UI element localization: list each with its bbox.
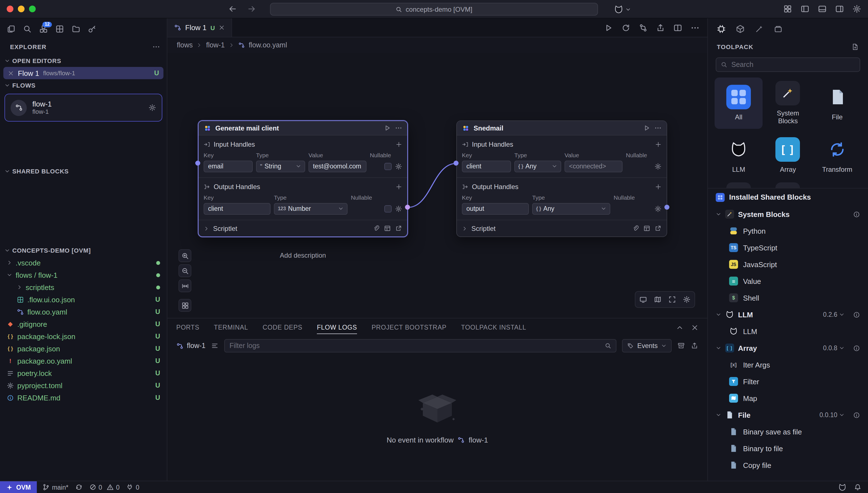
- tree-item-package-oo-yaml[interactable]: !package.oo.yamlU: [0, 355, 167, 367]
- panel-tab-toolpack-install[interactable]: TOOLPACK INSTALL: [461, 321, 526, 334]
- tree-item-poetry-lock[interactable]: poetry.lockU: [0, 367, 167, 379]
- maximize-panel-icon[interactable]: [676, 324, 683, 331]
- block-item-javascript[interactable]: JSJavaScript: [712, 256, 864, 273]
- preview-button[interactable]: [637, 293, 649, 306]
- tree-item-vscode[interactable]: .vscode: [0, 257, 167, 269]
- block-group-array[interactable]: [ ]Array0.0.8: [712, 340, 864, 356]
- scriptlet-row[interactable]: Scriptlet: [198, 220, 407, 236]
- open-external-icon[interactable]: [395, 225, 402, 232]
- assistant-menu[interactable]: [614, 4, 631, 15]
- node-generate-mail-client[interactable]: Generate mail client Input Handles: [198, 121, 408, 237]
- canvas-settings-button[interactable]: [681, 293, 693, 306]
- handle-settings-icon[interactable]: [654, 163, 662, 170]
- toggle-right-panel-icon[interactable]: [835, 4, 844, 14]
- block-item-binary-save-as-file[interactable]: Binary save as file: [712, 423, 864, 440]
- git-sync-status[interactable]: [75, 484, 82, 491]
- problems-status[interactable]: 0 0: [89, 484, 120, 491]
- handle-settings-icon[interactable]: [654, 205, 662, 212]
- export-logs-icon[interactable]: [691, 342, 698, 350]
- block-group-file[interactable]: File0.0.10: [712, 407, 864, 423]
- archive-logs-icon[interactable]: [677, 342, 685, 350]
- block-item-llm[interactable]: LLM: [712, 323, 864, 340]
- layout-activity-icon[interactable]: [55, 24, 64, 33]
- scriptlet-row[interactable]: Scriptlet: [457, 220, 666, 236]
- secrets-activity-icon[interactable]: [88, 24, 97, 33]
- open-external-icon[interactable]: [654, 225, 662, 232]
- add-description-button[interactable]: Add description: [198, 252, 408, 259]
- tile-partial[interactable]: [764, 183, 812, 188]
- close-tab-icon[interactable]: [219, 24, 225, 31]
- rerun-icon[interactable]: [621, 23, 630, 32]
- fullscreen-button[interactable]: [666, 293, 678, 306]
- flows-section[interactable]: FLOWS: [0, 79, 167, 91]
- panel-tab-flow-logs[interactable]: FLOW LOGS: [317, 321, 357, 334]
- tree-item-flow-ui-oo-json[interactable]: .flow.ui.oo.jsonU: [0, 293, 167, 306]
- toolpack-tile-all[interactable]: All: [715, 78, 763, 129]
- tile-partial[interactable]: [715, 183, 763, 188]
- folder-activity-icon[interactable]: [71, 24, 80, 33]
- table-view-icon[interactable]: [643, 225, 651, 232]
- filter-logs-field[interactable]: [225, 339, 617, 352]
- toggle-left-panel-icon[interactable]: [801, 4, 809, 14]
- remote-indicator[interactable]: OVM: [0, 481, 37, 493]
- info-icon[interactable]: [853, 411, 860, 419]
- open-editors-section[interactable]: OPEN EDITORS: [0, 55, 167, 67]
- handle-key-field[interactable]: [462, 203, 529, 214]
- info-icon[interactable]: [853, 344, 860, 351]
- block-item-value[interactable]: ≡Value: [712, 273, 864, 290]
- version-select[interactable]: 0.0.10: [820, 412, 845, 418]
- node-header[interactable]: Generate mail client: [198, 121, 407, 135]
- block-item-copy-file[interactable]: Copy file: [712, 457, 864, 473]
- cards-view-icon[interactable]: [774, 24, 783, 33]
- breadcrumb-flows[interactable]: flows: [177, 41, 193, 49]
- tab-flow-1[interactable]: Flow 1 U: [167, 18, 232, 37]
- close-panel-icon[interactable]: [691, 324, 698, 331]
- compare-icon[interactable]: [639, 23, 648, 32]
- tree-item-pyproject-toml[interactable]: pyproject.tomlU: [0, 379, 167, 391]
- close-window-button[interactable]: [7, 5, 14, 12]
- handle-settings-icon[interactable]: [395, 205, 402, 212]
- add-input-handle-icon[interactable]: [655, 141, 662, 148]
- forward-icon[interactable]: [247, 4, 256, 14]
- tree-item-gitignore[interactable]: .gitignoreU: [0, 318, 167, 330]
- tree-item-package-lock-json[interactable]: { }package-lock.jsonU: [0, 330, 167, 342]
- node-menu-icon[interactable]: [654, 124, 662, 132]
- shared-blocks-section[interactable]: SHARED BLOCKS: [0, 165, 167, 177]
- block-group-system-blocks[interactable]: System Blocks: [712, 206, 864, 222]
- split-editor-icon[interactable]: [673, 23, 682, 32]
- group-logs-icon[interactable]: [211, 342, 219, 350]
- node-snedmail[interactable]: Snedmail Input Handles Key: [456, 121, 667, 237]
- table-view-icon[interactable]: [384, 225, 391, 232]
- flow-canvas[interactable]: Generate mail client Input Handles: [167, 53, 707, 318]
- new-toolpack-icon[interactable]: [851, 43, 859, 51]
- window-title-search[interactable]: concepts-demo [OVM]: [270, 3, 598, 16]
- version-select[interactable]: 0.2.6: [823, 311, 845, 318]
- toolpack-tile-transform[interactable]: Transform: [813, 130, 861, 181]
- flow-settings-icon[interactable]: [148, 104, 156, 111]
- breadcrumb-file[interactable]: flow.oo.yaml: [249, 41, 287, 49]
- explorer-more-icon[interactable]: [152, 43, 160, 51]
- handle-key-field[interactable]: [204, 160, 253, 172]
- flow-scope-chip[interactable]: flow-1: [176, 342, 206, 350]
- magic-view-icon[interactable]: [755, 24, 764, 33]
- run-node-icon[interactable]: [384, 124, 391, 132]
- handle-key-field[interactable]: [204, 203, 271, 214]
- minimize-window-button[interactable]: [18, 5, 24, 12]
- nullable-checkbox[interactable]: [384, 205, 391, 212]
- node-header[interactable]: Snedmail: [457, 121, 666, 135]
- output-port[interactable]: [405, 205, 410, 210]
- maximize-window-button[interactable]: [29, 5, 36, 12]
- open-editor-flow-1[interactable]: Flow 1 flows/flow-1 U: [3, 67, 164, 79]
- block-group-llm[interactable]: LLM0.2.6: [712, 306, 864, 323]
- version-select[interactable]: 0.0.8: [823, 345, 845, 351]
- tree-item-scriptlets[interactable]: scriptlets: [0, 281, 167, 293]
- toolpack-tile-array[interactable]: [ ]Array: [764, 130, 812, 181]
- tree-item-flows-flow-1[interactable]: flows / flow-1: [0, 269, 167, 281]
- handle-type-select[interactable]: { } Any: [532, 203, 610, 214]
- git-branch-status[interactable]: main*: [42, 484, 68, 491]
- settings-gear-icon[interactable]: [852, 4, 861, 14]
- filter-logs-input[interactable]: [230, 342, 605, 350]
- panel-tab-terminal[interactable]: TERMINAL: [214, 321, 248, 334]
- add-output-handle-icon[interactable]: [396, 184, 402, 190]
- project-section[interactable]: CONCEPTS-DEMO [OVM]: [0, 244, 167, 257]
